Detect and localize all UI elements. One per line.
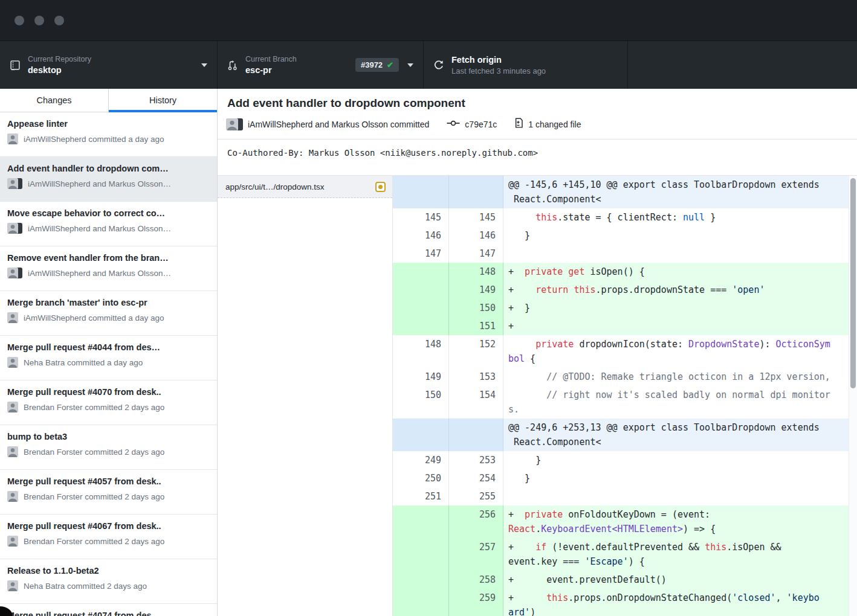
diff-line-content (503, 245, 857, 263)
old-line-number: 250 (393, 469, 449, 487)
repository-selector[interactable]: Current Repository desktop (0, 41, 218, 89)
diff-line-content: + event.preventDefault() (503, 571, 857, 589)
commit-item-byline: Brendan Forster committed 2 days ago (7, 536, 210, 547)
commit-list-item[interactable]: Merge pull request #4057 from desk..Bren… (0, 470, 217, 515)
sync-icon (433, 60, 444, 71)
diff-row: 148152 private dropdownIcon(state: Dropd… (393, 335, 857, 368)
avatar (7, 536, 18, 547)
scrollbar-track[interactable] (849, 176, 857, 616)
old-line-number: 146 (393, 226, 449, 245)
branch-label: Current Branch (245, 55, 297, 63)
old-line-number (393, 589, 449, 616)
diff-row: 150154 // right now it's scaled badly on… (393, 386, 857, 419)
commit-list-item[interactable]: Merge pull request #4074 from des… (0, 604, 217, 616)
diff-line-content: // right now it's scaled badly on normal… (503, 386, 857, 419)
commit-list-item[interactable]: Remove event handler from the bran…iAmWi… (0, 246, 217, 291)
commit-item-byline: iAmWillShepherd and Markus Olsson… (7, 268, 210, 278)
commit-title: Add event handler to dropdown component (227, 97, 847, 110)
commit-sha: c79e71c (465, 120, 497, 129)
diff-row: 149+ return this.props.dropdownState ===… (393, 281, 857, 299)
commit-item-title: Merge branch 'master' into esc-pr (7, 298, 210, 307)
chevron-down-icon (407, 63, 413, 67)
close-button[interactable] (15, 16, 24, 25)
scrollbar-thumb[interactable] (850, 178, 856, 388)
new-line-number: 145 (449, 208, 503, 226)
diff-row: 257+ if (!event.defaultPrevented && this… (393, 538, 857, 571)
commit-item-title: Merge pull request #4074 from des… (7, 611, 210, 616)
commit-item-byline-text: Neha Batra committed 2 days ago (24, 582, 147, 591)
zoom-button[interactable] (54, 16, 64, 25)
old-line-number: 145 (393, 208, 449, 226)
tab-label: History (149, 95, 176, 105)
branch-selector[interactable]: Current Branch esc-pr #3972 ✔ (218, 41, 424, 89)
pr-number: #3972 (361, 60, 383, 69)
commit-item-byline: iAmWillShepherd committed a day ago (7, 312, 210, 323)
avatar (226, 118, 238, 130)
diff-line-content: + return this.props.dropdownState === 'o… (503, 281, 857, 299)
commit-history-list: Appease linteriAmWillShepherd committed … (0, 112, 217, 616)
diff-line-content: + private onFoldoutKeyDown = (event: Rea… (503, 505, 857, 538)
new-line-number (449, 176, 503, 208)
old-line-number (393, 281, 449, 299)
diff-hunk-header: @@ -249,6 +253,13 @@ export class Toolba… (393, 419, 857, 451)
diff-line-content: } (503, 451, 857, 469)
commit-list-item[interactable]: bump to beta3Brendan Forster committed 2… (0, 425, 217, 470)
diff-line-content: private dropdownIcon(state: DropdownStat… (503, 335, 857, 368)
commit-list-item[interactable]: Merge pull request #4044 from des…Neha B… (0, 336, 217, 380)
tab-label: Changes (36, 95, 71, 105)
commit-list-item[interactable]: Merge branch 'master' into esc-priAmWill… (0, 291, 217, 336)
new-line-number: 147 (449, 245, 503, 263)
diff-row: 249253 } (393, 451, 857, 469)
commit-detail-panel: Add event handler to dropdown component … (218, 89, 857, 616)
commit-summary: Add event handler to dropdown component … (218, 89, 857, 175)
toolbar-empty-area (628, 41, 857, 89)
new-line-number (449, 419, 503, 451)
commit-item-byline: Brendan Forster committed 2 days ago (7, 446, 210, 457)
commit-item-byline: iAmWillShepherd and Markus Olsson… (7, 178, 210, 189)
new-line-number: 255 (449, 487, 503, 505)
commit-list-item[interactable]: Merge pull request #4070 from desk..Bren… (0, 380, 217, 425)
diff-row: 251255 (393, 487, 857, 505)
diff-line-content: + this.props.onDropdownStateChanged('clo… (503, 589, 857, 616)
branch-name: esc-pr (245, 65, 297, 75)
commit-item-byline: Neha Batra committed 2 days ago (7, 580, 210, 591)
old-line-number (393, 505, 449, 538)
commit-item-title: Add event handler to dropdown com… (7, 164, 210, 173)
diff-row: 151+ (393, 317, 857, 335)
commit-description: Co-Authored-By: Markus Olsson <niik@user… (218, 140, 857, 158)
fetch-title: Fetch origin (451, 55, 546, 65)
diff-line-content: } (503, 226, 857, 245)
diff-row: 146146 } (393, 226, 857, 245)
old-line-number: 251 (393, 487, 449, 505)
avatar (7, 580, 18, 591)
avatar (7, 491, 18, 502)
repository-label: Current Repository (28, 55, 91, 63)
tab-changes[interactable]: Changes (0, 89, 108, 112)
diff-line-content: this.state = { clientRect: null } (503, 208, 857, 226)
repository-name: desktop (28, 65, 91, 75)
diff-row: 148+ private get isOpen() { (393, 263, 857, 281)
commit-list-item[interactable]: Appease linteriAmWillShepherd committed … (0, 112, 217, 157)
minimize-button[interactable] (34, 16, 44, 25)
diff-line-content: + } (503, 299, 857, 317)
commit-list-item[interactable]: Add event handler to dropdown com…iAmWil… (0, 157, 217, 202)
commit-list-item[interactable]: Release to 1.1.0-beta2Neha Batra committ… (0, 559, 217, 604)
new-line-number: 154 (449, 386, 503, 419)
commit-list-item[interactable]: Move escape behavior to correct co…iAmWi… (0, 202, 217, 246)
tab-history[interactable]: History (108, 89, 217, 112)
commit-byline: iAmWillShepherd and Markus Olsson commit… (226, 118, 847, 130)
avatar (7, 178, 22, 189)
file-path: app/src/ui/t…/dropdown.tsx (225, 182, 375, 191)
old-line-number: 149 (393, 368, 449, 386)
changed-file-row[interactable]: app/src/ui/t…/dropdown.tsx (218, 176, 392, 198)
old-line-number: 147 (393, 245, 449, 263)
fetch-origin-button[interactable]: Fetch origin Last fetched 3 minutes ago (424, 41, 628, 89)
commit-item-byline-text: iAmWillShepherd committed a day ago (24, 313, 164, 322)
content: ChangesHistory Appease linteriAmWillShep… (0, 89, 857, 616)
commit-item-byline-text: Brendan Forster committed 2 days ago (24, 448, 164, 457)
commit-list-item[interactable]: Merge pull request #4067 from desk..Bren… (0, 515, 217, 559)
diff-line-content: + if (!event.defaultPrevented && this.is… (503, 538, 857, 571)
diff-line-content: } (503, 469, 857, 487)
new-line-number: 253 (449, 451, 503, 469)
commit-item-title: Merge pull request #4067 from desk.. (7, 521, 210, 531)
